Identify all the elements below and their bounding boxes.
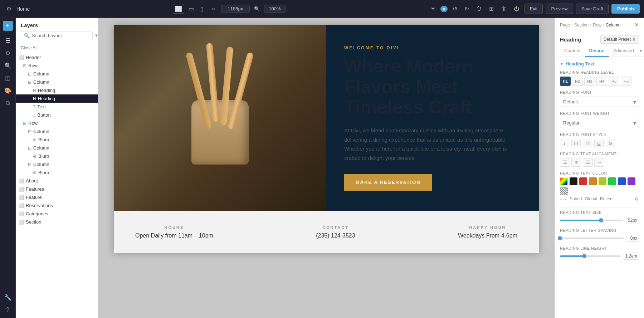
cta-button[interactable]: MAKE A RESERVATION [344,174,432,191]
gear-button[interactable]: ⚙ [4,4,14,14]
heading-line-height-field: Heading Line Height 1.2em [560,246,639,260]
layer-item-blurb1[interactable]: ⊕ Blurb [16,136,98,144]
breadcrumb-page[interactable]: Page [560,23,570,28]
redo-btn[interactable]: ↻ [462,4,471,14]
preset-button[interactable]: Default Preset ⬇ [600,35,639,44]
help-icon[interactable]: ? [4,304,11,315]
more-dots[interactable]: ··· [560,196,567,203]
tab-advanced[interactable]: Advanced [609,45,638,57]
layer-item-section[interactable]: ⬜ Section [16,218,98,226]
palette-icon[interactable]: 🎨 [2,85,14,96]
mobile-btn[interactable]: ▯ [198,4,206,14]
color-tab-recent[interactable]: Recent [600,196,614,203]
color-tab-saved[interactable]: Saved [570,196,582,203]
layer-label-categories: Categories [26,211,95,216]
history-btn[interactable]: ⏱ [474,4,484,14]
undo-btn[interactable]: ↺ [450,4,459,14]
layer-item-col1b[interactable]: ⊟ Column [16,78,98,86]
desktop-btn[interactable]: ⬜ [173,4,184,14]
power-btn[interactable]: ⏻ [512,4,522,14]
publish-button[interactable]: Publish [611,4,640,14]
layers-icon[interactable]: ☰ [3,35,13,46]
layer-item-col1a[interactable]: ⊟ Column [16,70,98,78]
filter-icon[interactable]: ▼ [94,33,98,38]
layer-item-col2a[interactable]: ⊟ Column [16,127,98,136]
color-swatch-green[interactable] [608,177,616,185]
zoom-input[interactable] [264,5,286,13]
tablet-btn[interactable]: ▭ [186,4,196,14]
save-draft-button[interactable]: Save Draft [576,4,609,14]
breadcrumb-section[interactable]: Section [574,23,589,28]
layer-item-blurb3[interactable]: ⊕ Blurb [16,168,98,177]
layer-item-heading1[interactable]: H Heading [16,86,98,94]
width-input[interactable] [221,5,250,13]
capitalize-btn[interactable]: Tt [583,139,592,147]
h3-btn[interactable]: H3 [584,77,595,86]
sun-icon-btn[interactable]: ☀ [428,4,438,14]
color-settings-icon[interactable]: ⚙ [635,196,639,203]
tab-more-arrow[interactable]: ▾ [640,48,642,53]
close-all-button[interactable]: Close All [16,43,98,52]
layer-item-text[interactable]: T Text [16,103,98,111]
breadcrumb-row[interactable]: Row [593,23,601,28]
letter-spacing-value[interactable]: 0px [626,235,639,242]
modules-icon[interactable]: ⧉ [4,98,12,108]
layer-item-categories[interactable]: ⬜ Categories [16,210,98,218]
layer-item-reservations[interactable]: ⬜ Reservations [16,201,98,210]
underline-btn[interactable]: U [594,139,604,147]
color-swatch-yellow[interactable] [599,177,606,185]
align-center-btn[interactable]: ≡ [571,158,581,167]
heading-font-weight-select[interactable]: Regular [560,118,639,128]
canvas-area[interactable]: WELCOME TO DIVI Where Modern Flavors Mee… [98,18,555,318]
layout-btn[interactable]: ⊞ [487,4,496,14]
close-panel-btn[interactable]: ✕ [634,21,639,28]
text-size-value[interactable]: 52px [626,217,639,224]
preview-button[interactable]: Preview [546,4,573,14]
h6-btn[interactable]: H6 [621,77,631,86]
color-swatch-pattern[interactable] [560,187,568,195]
layer-item-col2b[interactable]: ⊟ Column [16,144,98,152]
color-swatch-purple[interactable] [628,177,635,185]
layer-item-blurb2[interactable]: ⊕ Blurb [16,152,98,160]
wrench-icon[interactable]: 🔧 [2,292,14,303]
align-left-btn[interactable]: ☰ [560,158,570,167]
navigator-icon[interactable]: ◫ [3,73,13,84]
layer-item-feature[interactable]: ⬜ Feature [16,193,98,201]
layer-item-button[interactable]: □ Button [16,111,98,119]
italic-btn[interactable]: I [560,139,569,147]
settings-icon[interactable]: ⚙ [3,48,13,59]
h4-btn[interactable]: H4 [596,77,607,86]
tab-design[interactable]: Design [585,45,609,57]
layer-item-heading2[interactable]: H Heading [16,94,98,103]
color-swatch-blue[interactable] [618,177,626,185]
line-height-value[interactable]: 1.2em [624,253,639,260]
toggle-btn[interactable]: ● [440,6,447,12]
heading-text-group-header[interactable]: ▼ Heading Text [560,61,639,67]
layer-item-col2c[interactable]: ⊟ Column [16,160,98,168]
color-swatch-dark[interactable] [570,177,577,185]
h2-btn[interactable]: H2 [572,77,583,86]
heading-font-select[interactable]: Default [560,97,639,107]
color-tab-global[interactable]: Global [585,196,597,203]
layer-item-row2[interactable]: ⊞ Row [16,119,98,127]
layer-item-features[interactable]: ⬜ Features [16,185,98,193]
layer-item-row1[interactable]: ⊞ Row [16,62,98,70]
color-swatch-red[interactable] [579,177,587,185]
add-module-btn[interactable]: + [3,21,13,31]
layer-item-header[interactable]: ⬜ Header [16,53,98,62]
uppercase-btn[interactable]: TT [571,139,581,147]
align-justify-btn[interactable]: ⋯ [594,158,604,167]
layer-item-about[interactable]: ⬜ About [16,177,98,185]
layers-search-input[interactable] [32,33,92,38]
h5-btn[interactable]: H5 [609,77,619,86]
color-swatch-orange[interactable] [589,177,597,185]
search-sidebar-icon[interactable]: 🔍 [2,60,14,71]
color-picker-btn[interactable] [560,177,568,185]
align-right-btn[interactable]: ☷ [583,158,593,167]
breadcrumb-column[interactable]: Column [606,23,620,28]
h1-btn[interactable]: H1 [560,77,571,86]
tab-content[interactable]: Content [560,45,585,57]
trash-btn[interactable]: 🗑 [499,4,509,14]
exit-button[interactable]: Exit [525,4,543,14]
strikethrough-btn[interactable]: S [606,139,615,147]
